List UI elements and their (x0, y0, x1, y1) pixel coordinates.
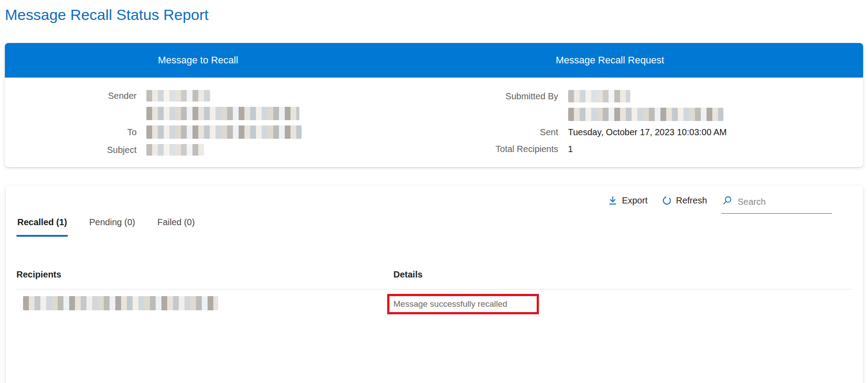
subject-label: Subject (5, 145, 137, 155)
submitted-by-label: Submitted By (434, 91, 558, 102)
sent-label: Sent (434, 127, 558, 137)
subject-value (146, 144, 434, 156)
recall-request-section: Submitted By Sent Tuesday, October 17, 2… (434, 90, 864, 156)
to-value (146, 125, 434, 139)
total-recipients-value: 1 (568, 143, 864, 155)
submitted-by-value-line1 (568, 90, 864, 102)
message-to-recall-section: Sender To Subject (5, 90, 434, 156)
refresh-button[interactable]: Refresh (662, 195, 707, 206)
table-row[interactable]: Message successfully recalled (16, 289, 852, 314)
results-toolbar: Export Refresh (608, 195, 832, 214)
message-recall-request-header: Message Recall Request (556, 55, 664, 66)
refresh-icon (662, 195, 672, 206)
sender-label: Sender (5, 91, 137, 101)
total-recipients-label: Total Recipients (434, 144, 558, 154)
details-cell: Message successfully recalled (393, 294, 852, 314)
details-column-header: Details (393, 270, 852, 280)
to-label: To (5, 127, 137, 137)
search-field[interactable] (721, 195, 832, 214)
recipient-redacted-value (23, 296, 218, 310)
sender-value-line1 (146, 90, 434, 102)
refresh-label: Refresh (676, 195, 707, 206)
recipient-cell (16, 296, 393, 312)
recipients-column-header: Recipients (16, 270, 393, 280)
submitted-by-value-line2 (568, 108, 864, 121)
search-icon (722, 195, 732, 208)
page-title: Message Recall Status Report (5, 6, 868, 23)
search-input[interactable] (737, 196, 831, 207)
message-to-recall-header: Message to Recall (158, 55, 238, 66)
table-header-row: Recipients Details (16, 270, 852, 289)
tab-pending[interactable]: Pending (0) (88, 217, 136, 237)
tab-recalled[interactable]: Recalled (1) (16, 217, 68, 237)
summary-header-bar: Message to Recall Message Recall Request (5, 43, 863, 78)
sent-value: Tuesday, October 17, 2023 10:03:00 AM (568, 126, 864, 138)
recall-summary-card: Message to Recall Message Recall Request… (5, 43, 863, 167)
sender-value-line2 (146, 107, 434, 120)
summary-fields: Sender To Subject (5, 78, 863, 167)
recall-results-card: Export Refresh Recalled (1) Pending ( (6, 186, 863, 383)
tab-failed[interactable]: Failed (0) (157, 217, 196, 237)
export-label: Export (622, 195, 648, 206)
recall-status-highlight-box: Message successfully recalled (387, 294, 539, 314)
export-button[interactable]: Export (608, 195, 648, 206)
download-icon (608, 195, 618, 206)
